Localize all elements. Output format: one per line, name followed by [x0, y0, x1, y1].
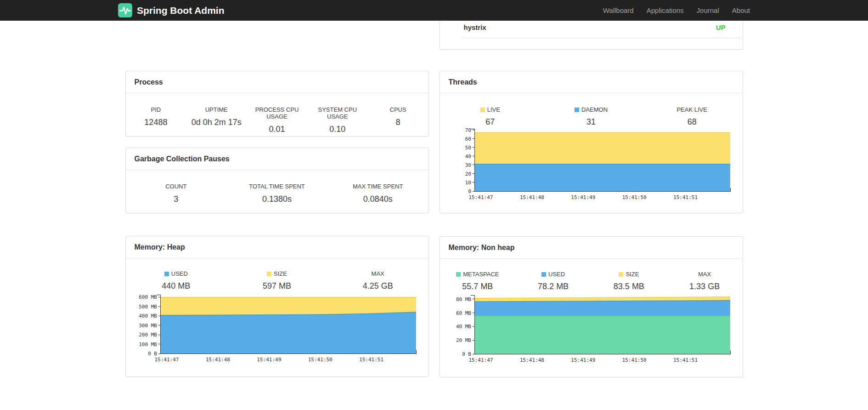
left-column: Process PID 12488 UPTIME 0d 0h 2m 17s PR…	[125, 21, 429, 377]
legend-metaspace: METASPACE 55.7 MB	[440, 271, 516, 291]
nav-item-applications[interactable]: Applications	[640, 6, 690, 14]
svg-text:15:41:49: 15:41:49	[257, 357, 281, 363]
svg-text:15:41:49: 15:41:49	[571, 357, 595, 363]
memory-heap-panel: Memory: Heap USED 440 MB SIZE	[125, 236, 429, 377]
metric-gc-count: COUNT 3	[126, 183, 227, 204]
svg-text:80 MB: 80 MB	[456, 296, 471, 302]
threads-panel-title: Threads	[440, 71, 743, 93]
legend-label-text: LIVE	[487, 106, 500, 113]
svg-text:15:41:49: 15:41:49	[571, 194, 595, 200]
spring-boot-admin-logo-icon	[118, 3, 132, 17]
health-row-hystrix: hystrix UP	[462, 21, 741, 38]
legend-heap-max: MAX 4.25 GB	[327, 270, 428, 291]
legend-daemon: DAEMON 31	[541, 106, 642, 127]
metric-value: 0.1380s	[226, 194, 327, 204]
legend-value: 55.7 MB	[440, 282, 516, 291]
legend-label: METASPACE	[440, 271, 516, 278]
legend-label: SIZE	[226, 270, 327, 277]
threads-legend: LIVE 67 DAEMON 31 PEAK LIVE	[440, 93, 743, 127]
svg-text:15:41:48: 15:41:48	[205, 357, 230, 363]
health-panel-body: hystrix UP	[462, 21, 741, 38]
svg-text:70: 70	[465, 127, 471, 133]
metric-label: PID	[126, 106, 186, 113]
legend-label: USED	[515, 271, 591, 278]
legend-label: SIZE	[591, 271, 667, 278]
gc-pauses-panel: Garbage Collection Pauses COUNT 3 TOTAL …	[125, 148, 429, 213]
metric-process-cpu-usage: PROCESS CPU USAGE 0.01	[247, 106, 307, 134]
brand-title: Spring Boot Admin	[137, 5, 225, 16]
legend-value: 4.25 GB	[327, 281, 428, 291]
legend-label-text: METASPACE	[463, 271, 499, 278]
svg-text:0: 0	[468, 188, 471, 194]
svg-text:15:41:51: 15:41:51	[359, 357, 383, 363]
memory-nonheap-panel-title: Memory: Non heap	[440, 237, 743, 259]
nav-item-wallboard[interactable]: Wallboard	[597, 6, 640, 14]
svg-text:50: 50	[465, 145, 471, 151]
metric-value: 8	[368, 118, 428, 127]
memory-heap-panel-title: Memory: Heap	[126, 236, 428, 258]
metric-label: COUNT	[126, 183, 227, 190]
nav-item-journal[interactable]: Journal	[690, 6, 726, 14]
svg-text:500 MB: 500 MB	[139, 304, 157, 310]
nav-item-about[interactable]: About	[726, 6, 750, 14]
svg-text:60: 60	[465, 136, 471, 142]
process-panel: Process PID 12488 UPTIME 0d 0h 2m 17s PR…	[125, 71, 429, 137]
health-panel: hystrix UP	[440, 21, 743, 50]
legend-peak-live: PEAK LIVE 68	[642, 106, 743, 127]
svg-text:15:41:48: 15:41:48	[519, 194, 544, 200]
legend-label-text: MAX	[372, 270, 384, 277]
used-swatch-icon	[164, 272, 169, 276]
metaspace-swatch-icon	[456, 272, 461, 277]
legend-heap-used: USED 440 MB	[126, 270, 227, 291]
svg-text:200 MB: 200 MB	[139, 332, 157, 338]
svg-text:15:41:50: 15:41:50	[622, 357, 646, 363]
svg-text:15:41:51: 15:41:51	[673, 357, 698, 363]
legend-value: 83.5 MB	[591, 282, 667, 291]
page: Spring Boot Admin Wallboard Applications…	[0, 0, 868, 410]
legend-value: 67	[440, 117, 541, 127]
legend-label: DAEMON	[541, 106, 642, 113]
svg-text:600 MB: 600 MB	[139, 294, 157, 300]
used-swatch-icon	[541, 272, 546, 277]
metric-pid: PID 12488	[126, 106, 186, 134]
legend-value: 597 MB	[226, 281, 327, 291]
svg-text:60 MB: 60 MB	[456, 310, 471, 316]
legend-value: 1.33 GB	[667, 282, 743, 291]
metric-gc-max-time: MAX TIME SPENT 0.0840s	[327, 183, 428, 204]
legend-label-text: USED	[171, 270, 188, 277]
svg-text:20 MB: 20 MB	[456, 337, 471, 343]
svg-text:15:41:50: 15:41:50	[622, 194, 646, 200]
svg-text:0 B: 0 B	[462, 351, 471, 357]
legend-nonheap-size: SIZE 83.5 MB	[591, 271, 667, 291]
size-swatch-icon	[619, 272, 623, 277]
metric-label: CPUS	[368, 106, 428, 113]
legend-heap-size: SIZE 597 MB	[226, 270, 327, 291]
process-metrics: PID 12488 UPTIME 0d 0h 2m 17s PROCESS CP…	[126, 93, 428, 134]
legend-label-text: PEAK LIVE	[676, 106, 707, 113]
metric-value: 0.0840s	[327, 194, 428, 204]
legend-label: PEAK LIVE	[642, 106, 743, 113]
svg-text:15:41:47: 15:41:47	[468, 194, 493, 200]
navbar: Spring Boot Admin Wallboard Applications…	[0, 0, 868, 21]
legend-value: 78.2 MB	[515, 282, 591, 291]
svg-text:15:41:47: 15:41:47	[154, 357, 179, 363]
svg-text:40 MB: 40 MB	[456, 324, 471, 330]
svg-text:10: 10	[465, 180, 471, 186]
legend-nonheap-max: MAX 1.33 GB	[667, 271, 743, 291]
legend-value: 68	[642, 117, 743, 127]
svg-text:15:41:48: 15:41:48	[519, 357, 544, 363]
size-swatch-icon	[267, 272, 271, 276]
legend-label-text: SIZE	[274, 270, 287, 277]
nonheap-chart-svg: 0 B20 MB40 MB60 MB80 MB15:41:4715:41:481…	[440, 293, 743, 366]
metric-label: MAX TIME SPENT	[327, 183, 428, 190]
health-status-badge: UP	[716, 23, 726, 31]
navbar-inner: Spring Boot Admin Wallboard Applications…	[118, 0, 750, 21]
svg-text:30: 30	[465, 162, 471, 168]
brand-link[interactable]: Spring Boot Admin	[118, 3, 225, 17]
metric-value: 0.01	[247, 125, 307, 134]
svg-text:20: 20	[465, 171, 471, 177]
metric-value: 0.10	[307, 125, 368, 134]
legend-value: 31	[541, 117, 642, 127]
legend-label-text: USED	[548, 271, 565, 278]
legend-label: MAX	[667, 271, 743, 278]
